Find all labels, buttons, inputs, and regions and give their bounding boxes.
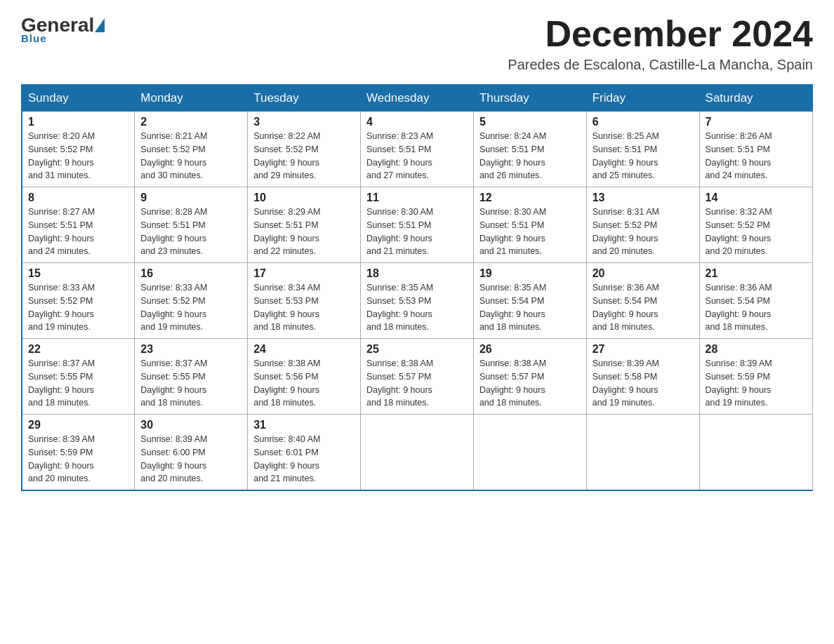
day-number: 17: [253, 267, 355, 280]
day-info: Sunrise: 8:28 AM Sunset: 5:51 PM Dayligh…: [140, 206, 241, 258]
day-info: Sunrise: 8:27 AM Sunset: 5:51 PM Dayligh…: [28, 206, 128, 258]
calendar-cell: 14Sunrise: 8:32 AM Sunset: 5:52 PM Dayli…: [699, 187, 812, 263]
day-number: 2: [140, 116, 241, 128]
day-info: Sunrise: 8:21 AM Sunset: 5:52 PM Dayligh…: [140, 130, 241, 182]
day-number: 15: [28, 267, 128, 280]
day-number: 28: [706, 343, 807, 356]
day-info: Sunrise: 8:23 AM Sunset: 5:51 PM Dayligh…: [366, 130, 468, 182]
calendar-title: December 2024: [508, 14, 813, 54]
day-info: Sunrise: 8:35 AM Sunset: 5:54 PM Dayligh…: [479, 281, 581, 334]
day-header-saturday: Saturday: [699, 85, 812, 112]
day-number: 6: [593, 116, 694, 128]
day-header-monday: Monday: [135, 85, 248, 112]
day-number: 3: [253, 116, 355, 128]
day-number: 9: [140, 192, 241, 204]
day-info: Sunrise: 8:36 AM Sunset: 5:54 PM Dayligh…: [593, 281, 694, 334]
day-number: 25: [366, 343, 468, 356]
day-info: Sunrise: 8:33 AM Sunset: 5:52 PM Dayligh…: [140, 281, 241, 334]
day-number: 27: [593, 343, 694, 356]
calendar-cell: 30Sunrise: 8:39 AM Sunset: 6:00 PM Dayli…: [135, 415, 248, 491]
day-info: Sunrise: 8:33 AM Sunset: 5:52 PM Dayligh…: [28, 281, 128, 334]
day-info: Sunrise: 8:24 AM Sunset: 5:51 PM Dayligh…: [479, 130, 581, 182]
header: General Blue December 2024 Paredes de Es…: [21, 14, 813, 73]
day-info: Sunrise: 8:31 AM Sunset: 5:52 PM Dayligh…: [593, 206, 694, 258]
day-number: 13: [593, 192, 694, 204]
day-number: 12: [479, 192, 581, 204]
day-info: Sunrise: 8:20 AM Sunset: 5:52 PM Dayligh…: [28, 130, 128, 182]
calendar-cell: 16Sunrise: 8:33 AM Sunset: 5:52 PM Dayli…: [135, 263, 248, 339]
day-number: 5: [479, 116, 581, 128]
calendar-cell: 11Sunrise: 8:30 AM Sunset: 5:51 PM Dayli…: [361, 187, 474, 263]
calendar-cell: 20Sunrise: 8:36 AM Sunset: 5:54 PM Dayli…: [586, 263, 699, 339]
calendar-cell: 21Sunrise: 8:36 AM Sunset: 5:54 PM Dayli…: [699, 263, 812, 339]
day-number: 14: [706, 192, 807, 204]
calendar-cell: 28Sunrise: 8:39 AM Sunset: 5:59 PM Dayli…: [699, 339, 812, 415]
day-number: 19: [479, 267, 581, 280]
logo-triangle-icon: [95, 18, 105, 32]
day-header-sunday: Sunday: [22, 85, 135, 112]
calendar-cell: 18Sunrise: 8:35 AM Sunset: 5:53 PM Dayli…: [361, 263, 474, 339]
day-info: Sunrise: 8:39 AM Sunset: 6:00 PM Dayligh…: [140, 433, 241, 485]
calendar-subtitle: Paredes de Escalona, Castille-La Mancha,…: [508, 57, 813, 73]
day-info: Sunrise: 8:38 AM Sunset: 5:57 PM Dayligh…: [366, 357, 468, 410]
calendar-cell: 7Sunrise: 8:26 AM Sunset: 5:51 PM Daylig…: [699, 112, 812, 187]
day-header-tuesday: Tuesday: [248, 85, 361, 112]
day-number: 31: [253, 419, 355, 431]
day-info: Sunrise: 8:40 AM Sunset: 6:01 PM Dayligh…: [253, 433, 355, 485]
day-info: Sunrise: 8:36 AM Sunset: 5:54 PM Dayligh…: [706, 281, 807, 334]
day-number: 1: [28, 116, 128, 128]
calendar-cell: 3Sunrise: 8:22 AM Sunset: 5:52 PM Daylig…: [248, 112, 361, 187]
day-number: 24: [253, 343, 355, 356]
calendar-week-row: 15Sunrise: 8:33 AM Sunset: 5:52 PM Dayli…: [22, 263, 812, 339]
calendar-week-row: 29Sunrise: 8:39 AM Sunset: 5:59 PM Dayli…: [22, 415, 812, 491]
calendar-cell: 4Sunrise: 8:23 AM Sunset: 5:51 PM Daylig…: [361, 112, 474, 187]
calendar-cell: 1Sunrise: 8:20 AM Sunset: 5:52 PM Daylig…: [22, 112, 135, 187]
calendar-week-row: 1Sunrise: 8:20 AM Sunset: 5:52 PM Daylig…: [22, 112, 812, 187]
calendar-cell: [361, 415, 474, 491]
calendar-cell: 17Sunrise: 8:34 AM Sunset: 5:53 PM Dayli…: [248, 263, 361, 339]
day-number: 8: [28, 192, 128, 204]
day-number: 4: [366, 116, 468, 128]
day-number: 22: [28, 343, 128, 356]
calendar-cell: 13Sunrise: 8:31 AM Sunset: 5:52 PM Dayli…: [586, 187, 699, 263]
day-number: 23: [140, 343, 241, 356]
calendar-cell: 12Sunrise: 8:30 AM Sunset: 5:51 PM Dayli…: [473, 187, 586, 263]
day-number: 30: [140, 419, 241, 431]
day-info: Sunrise: 8:26 AM Sunset: 5:51 PM Dayligh…: [706, 130, 807, 182]
day-info: Sunrise: 8:37 AM Sunset: 5:55 PM Dayligh…: [140, 357, 241, 410]
calendar-cell: 19Sunrise: 8:35 AM Sunset: 5:54 PM Dayli…: [473, 263, 586, 339]
day-info: Sunrise: 8:30 AM Sunset: 5:51 PM Dayligh…: [479, 206, 581, 258]
day-info: Sunrise: 8:37 AM Sunset: 5:55 PM Dayligh…: [28, 357, 128, 410]
calendar-table: SundayMondayTuesdayWednesdayThursdayFrid…: [21, 84, 813, 491]
day-info: Sunrise: 8:38 AM Sunset: 5:56 PM Dayligh…: [253, 357, 355, 410]
day-number: 26: [479, 343, 581, 356]
calendar-cell: 15Sunrise: 8:33 AM Sunset: 5:52 PM Dayli…: [22, 263, 135, 339]
calendar-cell: 31Sunrise: 8:40 AM Sunset: 6:01 PM Dayli…: [248, 415, 361, 491]
calendar-cell: 10Sunrise: 8:29 AM Sunset: 5:51 PM Dayli…: [248, 187, 361, 263]
day-number: 20: [593, 267, 694, 280]
calendar-cell: [586, 415, 699, 491]
calendar-cell: 25Sunrise: 8:38 AM Sunset: 5:57 PM Dayli…: [361, 339, 474, 415]
calendar-week-row: 22Sunrise: 8:37 AM Sunset: 5:55 PM Dayli…: [22, 339, 812, 415]
day-number: 21: [706, 267, 807, 280]
calendar-cell: 9Sunrise: 8:28 AM Sunset: 5:51 PM Daylig…: [135, 187, 248, 263]
title-area: December 2024 Paredes de Escalona, Casti…: [508, 14, 813, 73]
day-header-wednesday: Wednesday: [361, 85, 474, 112]
calendar-week-row: 8Sunrise: 8:27 AM Sunset: 5:51 PM Daylig…: [22, 187, 812, 263]
day-number: 29: [28, 419, 128, 431]
day-number: 7: [706, 116, 807, 128]
calendar-cell: 27Sunrise: 8:39 AM Sunset: 5:58 PM Dayli…: [586, 339, 699, 415]
calendar-header-row: SundayMondayTuesdayWednesdayThursdayFrid…: [22, 85, 812, 112]
day-info: Sunrise: 8:38 AM Sunset: 5:57 PM Dayligh…: [479, 357, 581, 410]
day-info: Sunrise: 8:29 AM Sunset: 5:51 PM Dayligh…: [253, 206, 355, 258]
logo-blue-text: Blue: [21, 32, 47, 44]
day-header-friday: Friday: [586, 85, 699, 112]
day-info: Sunrise: 8:22 AM Sunset: 5:52 PM Dayligh…: [253, 130, 355, 182]
day-info: Sunrise: 8:39 AM Sunset: 5:59 PM Dayligh…: [706, 357, 807, 410]
day-info: Sunrise: 8:39 AM Sunset: 5:58 PM Dayligh…: [593, 357, 694, 410]
day-number: 11: [366, 192, 468, 204]
logo: General Blue: [21, 14, 105, 45]
calendar-cell: [473, 415, 586, 491]
day-info: Sunrise: 8:34 AM Sunset: 5:53 PM Dayligh…: [253, 281, 355, 334]
calendar-cell: 8Sunrise: 8:27 AM Sunset: 5:51 PM Daylig…: [22, 187, 135, 263]
